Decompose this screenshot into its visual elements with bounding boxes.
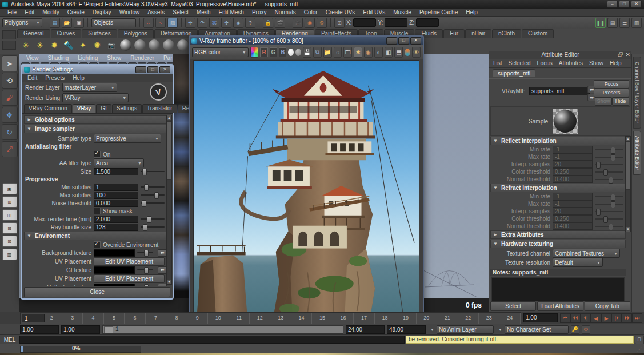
y-coordinate-input[interactable] — [385, 18, 407, 27]
frame-tick[interactable]: 8 — [166, 313, 187, 324]
range-start-handle[interactable] — [104, 326, 113, 333]
step-back-frame-icon[interactable]: ⏴⏴ — [570, 313, 581, 323]
max-subdivs-input[interactable]: 100 — [94, 192, 138, 199]
menu-item[interactable]: File — [3, 9, 21, 15]
render-layer-dropdown[interactable]: masterLayer▼ — [62, 83, 117, 92]
shelf-menu-arrow-icon[interactable] — [2, 41, 16, 50]
frame-tick[interactable]: 24 — [499, 313, 520, 324]
rs-menu-item[interactable]: Help — [69, 75, 88, 81]
rs-tab[interactable]: VRay — [73, 104, 95, 113]
presets-button[interactable]: Presets — [594, 89, 629, 97]
step-forward-frame-icon[interactable]: ⏵⏵ — [622, 313, 632, 323]
gi-map-button[interactable]: ⬅ — [158, 266, 167, 274]
volume-light-icon[interactable]: ✺ — [91, 39, 103, 51]
save-scene-icon[interactable]: ▣ — [74, 18, 84, 28]
rs-menu-item[interactable]: Edit — [24, 75, 41, 81]
area-light-icon[interactable]: ✦ — [77, 39, 89, 51]
frame-tick[interactable]: 6 — [125, 313, 145, 324]
clear-image-icon[interactable]: ◌ — [334, 47, 342, 58]
channel-box-layer-editor-tab[interactable]: Channel Box / Layer Editor — [633, 57, 641, 129]
new-scene-icon[interactable]: ▤ — [50, 18, 60, 28]
ae-menu-item[interactable]: Attributes — [556, 60, 586, 66]
show-sidebar-icon[interactable]: ❚❚ — [595, 18, 606, 28]
shelf-tab[interactable]: General — [17, 29, 50, 38]
playback-start-field[interactable]: 1.00 — [61, 325, 100, 334]
hypershade-layout-icon[interactable]: ⊟ — [2, 222, 17, 234]
show-toolsettings-icon[interactable]: ☰ — [619, 18, 630, 28]
render-using-dropdown[interactable]: V-Ray▼ — [62, 93, 129, 102]
rs-menu-item[interactable]: Presets — [42, 75, 68, 81]
ae-menu-item[interactable]: Focus — [534, 60, 555, 66]
ae-menu-item[interactable]: Selected — [506, 60, 534, 66]
shaded-sphere-icon[interactable] — [119, 39, 132, 51]
play-backwards-icon[interactable]: ◀ — [591, 313, 601, 323]
section-image-sampler[interactable]: ▼Image sampler — [24, 125, 167, 133]
section-environment[interactable]: ▼Environment — [24, 232, 167, 240]
z-coordinate-input[interactable] — [416, 18, 439, 27]
phong-material-icon[interactable] — [162, 39, 175, 51]
render-settings-title-bar[interactable]: Render Settings – □ ✕ — [22, 65, 173, 74]
fb-maximize-button[interactable]: □ — [398, 37, 409, 45]
noise-threshold-slider[interactable] — [141, 202, 165, 204]
frame-tick[interactable]: 21 — [437, 313, 458, 324]
show-button[interactable]: Show — [595, 97, 612, 106]
snap-plane-icon[interactable]: ✣ — [221, 18, 231, 28]
menu-item[interactable]: Color — [300, 9, 322, 15]
aa-on-checkbox[interactable] — [94, 151, 101, 158]
select-object-icon[interactable]: ⁖ — [155, 18, 166, 28]
frame-tick[interactable]: 11 — [229, 313, 250, 324]
frame-tick[interactable]: 18 — [375, 313, 395, 324]
shelf-tab[interactable]: Custom — [522, 29, 554, 38]
color-swatch-icon[interactable] — [250, 47, 259, 58]
frame-tick[interactable]: 9 — [187, 313, 208, 324]
ae-scrollbar[interactable]: ▲▼ — [625, 136, 631, 232]
mel-toggle-button[interactable]: MEL — [0, 337, 19, 343]
ambient-light-icon[interactable]: ✳ — [19, 39, 32, 51]
selection-mode-dropdown[interactable]: Polygons▼ — [2, 18, 42, 27]
rs-tab[interactable]: VRay Common — [24, 104, 72, 113]
menu-item[interactable]: Select — [169, 9, 193, 15]
gi-edit-uv-placement-button[interactable]: Edit UV Placement — [94, 274, 165, 283]
max-subdivs-slider[interactable] — [141, 194, 165, 196]
menu-item[interactable]: Create — [63, 9, 89, 15]
bg-edit-uv-placement-button[interactable]: Edit UV Placement — [94, 257, 165, 266]
save-image-icon[interactable]: 💾 — [303, 47, 311, 58]
panel-menu-item[interactable]: Lighting — [74, 55, 102, 61]
background-map-button[interactable]: ⬅ — [158, 249, 167, 257]
step-forward-key-icon[interactable]: |⏵ — [611, 313, 622, 323]
blinn-material-icon[interactable] — [148, 39, 161, 51]
playback-end-field[interactable]: 24.00 — [346, 325, 385, 334]
vray-logo-small-icon[interactable] — [405, 49, 410, 56]
lens-effects-icon[interactable]: 👁 — [412, 47, 421, 58]
mel-input-field[interactable] — [19, 336, 405, 344]
region-render-icon[interactable]: ✱ — [354, 47, 362, 58]
sampler-type-dropdown[interactable]: Progressive▼ — [94, 134, 161, 143]
ae-close-icon[interactable]: ✕ — [626, 51, 630, 58]
play-forwards-icon[interactable]: ▶ — [601, 313, 611, 323]
max-render-time-slider[interactable] — [141, 218, 165, 220]
menu-item[interactable]: Display — [89, 9, 115, 15]
camera-icon[interactable]: 📷 — [105, 39, 118, 51]
animation-start-field[interactable]: 1.00 — [20, 325, 59, 334]
panel-menu-item[interactable]: View — [22, 55, 43, 61]
show-attreditor-icon[interactable]: ▥ — [631, 18, 642, 28]
frame-tick[interactable]: 16 — [333, 313, 354, 324]
texture-resolution-dropdown[interactable]: Default▼ — [553, 258, 603, 267]
frame-buffer-title-bar[interactable]: V-Ray frame buffer - [100% of 600 x 800]… — [190, 37, 423, 45]
menu-item[interactable]: Normals — [271, 9, 300, 15]
rotate-tool-icon[interactable]: ↻ — [2, 124, 18, 140]
rs-tab[interactable]: Translator — [142, 104, 177, 113]
menu-item[interactable]: Edit — [21, 9, 38, 15]
select-component-icon[interactable]: ▧ — [167, 18, 178, 28]
snap-grid-icon[interactable]: ✛ — [185, 18, 195, 28]
single-pane-layout-icon[interactable]: ▣ — [2, 183, 17, 194]
maximize-button[interactable]: □ — [619, 1, 630, 8]
override-environment-checkbox[interactable] — [94, 241, 101, 248]
shelf-tab[interactable]: Fur — [443, 29, 465, 38]
menu-item[interactable]: Modify — [38, 9, 63, 15]
panel-menu-item[interactable]: Show — [103, 55, 125, 61]
green-channel-button[interactable]: G — [270, 47, 277, 57]
animation-preferences-icon[interactable]: ⚙ — [582, 325, 590, 334]
animation-end-field[interactable]: 48.00 — [387, 325, 426, 334]
stereo-icon[interactable]: ◐ — [374, 47, 383, 58]
